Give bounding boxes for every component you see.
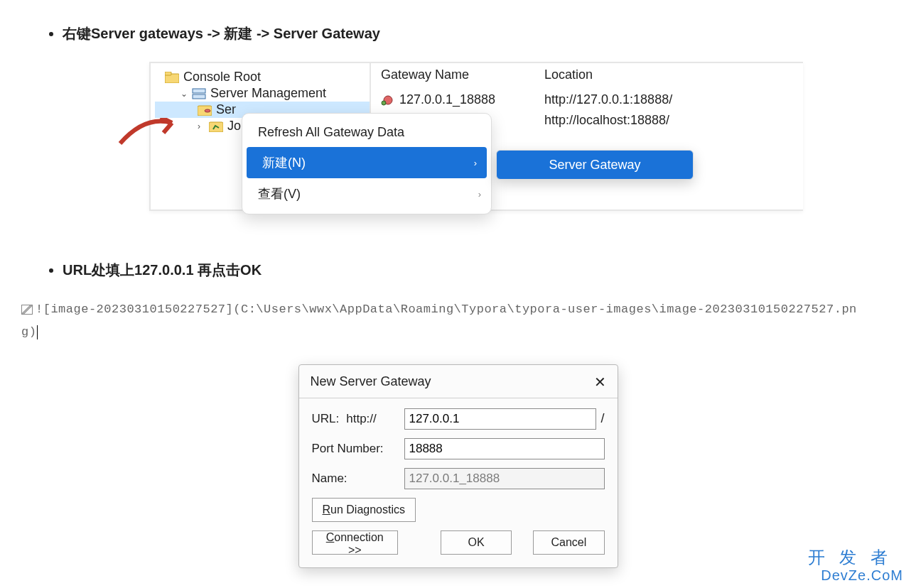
ok-button[interactable]: OK (441, 530, 512, 555)
ctx-item-label: 新建(N) (262, 154, 306, 171)
name-label: Name: (312, 472, 347, 486)
server-management-icon (192, 88, 206, 99)
ctx-new[interactable]: 新建(N) › (247, 147, 487, 178)
gateway-icon (381, 94, 395, 106)
step-1-title: 右键Server gateways -> 新建 -> Server Gatewa… (63, 24, 895, 43)
run-diagnostics-button[interactable]: Run Diagnostics (312, 498, 416, 522)
col-header-gateway-name[interactable]: Gateway Name (381, 67, 544, 82)
broken-image-icon (21, 305, 33, 315)
ctx-view[interactable]: 查看(V) › (242, 178, 491, 209)
watermark: 开发者 DevZe.CoM (808, 548, 903, 584)
url-input[interactable] (404, 408, 597, 430)
chevron-right-icon: › (478, 189, 481, 200)
name-input[interactable] (404, 468, 605, 489)
list-header: Gateway Name Location (381, 67, 803, 89)
ctx-item-label: Refresh All Gateway Data (258, 125, 404, 140)
svg-rect-6 (209, 122, 223, 132)
tree-label: Server Management (210, 86, 326, 101)
folder-icon (165, 72, 179, 83)
url-label: URL: (312, 412, 340, 426)
screenshot-context-menu: Console Root ⌄ Server Management Ser (149, 62, 803, 211)
markdown-text: ![image-20230310150227527](C:\Users\wwx\… (36, 298, 857, 321)
ctx-item-label: 查看(V) (258, 185, 301, 202)
cancel-button[interactable]: Cancel (533, 530, 604, 555)
tree-console-root[interactable]: Console Root (155, 69, 370, 85)
chevron-down-icon[interactable]: ⌄ (180, 89, 190, 99)
new-server-gateway-dialog: New Server Gateway ✕ URL: http:// / Port (298, 364, 618, 568)
col-header-location[interactable]: Location (544, 67, 803, 82)
svg-rect-2 (193, 89, 205, 93)
gateway-location: http://localhost:18888/ (544, 113, 803, 128)
url-scheme: http:// (346, 412, 377, 426)
submenu-server-gateway[interactable]: Server Gateway (496, 150, 694, 180)
svg-point-5 (205, 109, 210, 112)
text-cursor (37, 325, 38, 339)
list-row[interactable]: 127.0.0.1_18888 http://127.0.0.1:18888/ (381, 89, 803, 110)
svg-point-8 (382, 101, 386, 105)
watermark-cn: 开发者 (808, 548, 903, 567)
database-folder-icon (198, 104, 212, 116)
chevron-right-icon: › (474, 158, 477, 168)
markdown-text: g) (21, 321, 36, 344)
watermark-en: DevZe.CoM (808, 567, 903, 584)
url-trailing-slash: / (600, 411, 604, 426)
gateway-name: 127.0.0.1_18888 (399, 92, 495, 107)
tree-label: Console Root (183, 70, 261, 85)
step-2-title: URL处填上127.0.0.1 再点击OK (63, 261, 895, 280)
chevron-right-icon[interactable]: › (198, 121, 208, 131)
jobs-folder-icon (209, 121, 223, 132)
port-input[interactable] (404, 438, 605, 459)
close-icon[interactable]: ✕ (594, 374, 606, 391)
tree-server-management[interactable]: ⌄ Server Management (155, 85, 370, 102)
markdown-broken-image: ![image-20230310150227527](C:\Users\wwx\… (21, 298, 895, 344)
connection-button[interactable]: Connection >> (312, 530, 398, 555)
dialog-title: New Server Gateway (311, 374, 431, 389)
port-label: Port Number: (312, 442, 384, 456)
ctx-refresh-all[interactable]: Refresh All Gateway Data (242, 118, 491, 147)
context-menu: Refresh All Gateway Data 新建(N) › 查看(V) › (242, 113, 492, 214)
svg-rect-3 (193, 94, 205, 99)
submenu-label: Server Gateway (549, 158, 640, 173)
gateway-location: http://127.0.0.1:18888/ (544, 92, 803, 107)
tree-label: Ser (216, 102, 236, 117)
svg-rect-1 (165, 72, 171, 75)
